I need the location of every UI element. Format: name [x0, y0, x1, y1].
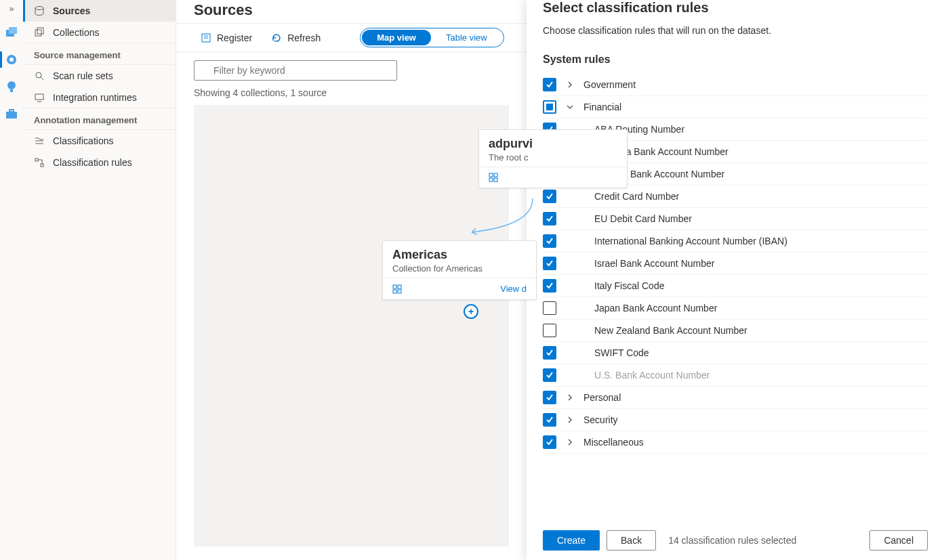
- showing-count: Showing 4 collections, 1 source: [176, 85, 527, 105]
- sidebar-item-label: Classification rules: [53, 157, 132, 168]
- rule-row[interactable]: SWIFT Code: [543, 342, 928, 364]
- system-rules-heading: System rules: [543, 53, 928, 66]
- sidebar-item-label: Classifications: [53, 135, 113, 146]
- rule-row[interactable]: EU Debit Card Number: [543, 208, 928, 230]
- checkbox[interactable]: [543, 301, 556, 315]
- rule-row[interactable]: U.S. Bank Account Number: [543, 364, 928, 387]
- collections-icon: [34, 27, 45, 38]
- panel-footer: Create Back 14 classification rules sele…: [527, 521, 944, 560]
- checkbox[interactable]: [543, 368, 556, 382]
- rule-label: New Zealand Bank Account Number: [594, 325, 747, 336]
- rail-toolbox-icon[interactable]: [3, 106, 20, 122]
- grid-icon: [489, 173, 498, 182]
- toolbar: Register Refresh Map view Table view: [176, 23, 527, 52]
- sidebar-section-source-mgmt: Source management: [23, 43, 176, 65]
- svg-rect-6: [6, 112, 17, 119]
- rule-label: Israel Bank Account Number: [594, 258, 714, 269]
- rule-row[interactable]: Japan Bank Account Number: [543, 297, 928, 320]
- selected-count: 14 classification rules selected: [668, 535, 796, 546]
- icon-rail: »: [0, 0, 23, 560]
- grid-icon: [392, 284, 402, 294]
- svg-rect-22: [489, 178, 493, 181]
- card-title: adpurvi: [489, 137, 617, 151]
- collection-card-root[interactable]: adpurvi The root c: [478, 129, 628, 188]
- panel-description: Choose classification rules that will ru…: [543, 25, 928, 36]
- runtime-icon: [34, 92, 45, 103]
- checkbox[interactable]: [543, 435, 556, 449]
- sidebar-item-integration-runtimes[interactable]: Integration runtimes: [23, 87, 176, 108]
- chevron-right-icon[interactable]: [562, 393, 578, 402]
- svg-point-11: [36, 72, 41, 78]
- view-toggle: Map view Table view: [360, 28, 504, 47]
- checkbox[interactable]: [543, 324, 556, 337]
- cancel-button[interactable]: Cancel: [869, 530, 928, 551]
- map-canvas[interactable]: adpurvi The root c Americas Collection f…: [194, 105, 509, 546]
- rail-data-icon[interactable]: [3, 24, 20, 41]
- svg-rect-13: [35, 94, 43, 100]
- map-view-tab[interactable]: Map view: [362, 30, 431, 45]
- svg-point-4: [7, 81, 16, 89]
- rule-group-row[interactable]: Financial: [543, 96, 928, 119]
- rule-group-row[interactable]: Personal: [543, 387, 928, 409]
- svg-rect-10: [37, 28, 43, 34]
- rule-group-label: Government: [583, 79, 636, 90]
- checkbox[interactable]: [543, 346, 556, 360]
- rule-label: U.S. Bank Account Number: [594, 370, 710, 381]
- sidebar-item-scan-rule-sets[interactable]: Scan rule sets: [23, 65, 176, 87]
- sidebar-item-collections[interactable]: Collections: [23, 22, 176, 43]
- chevron-right-icon[interactable]: [562, 81, 578, 89]
- add-button[interactable]: +: [464, 304, 478, 319]
- collection-card-americas[interactable]: Americas Collection for Americas View d: [382, 240, 537, 300]
- register-button[interactable]: Register: [194, 28, 259, 47]
- svg-rect-15: [35, 158, 38, 161]
- rule-label: EU Debit Card Number: [594, 213, 692, 224]
- rule-group-row[interactable]: Government: [543, 74, 928, 96]
- sidebar-item-classification-rules[interactable]: Classification rules: [23, 152, 176, 173]
- sidebar: Sources Collections Source management Sc…: [23, 0, 176, 560]
- card-subtitle: The root c: [489, 152, 617, 163]
- page-title: Sources: [176, 0, 527, 23]
- rail-insight-icon[interactable]: [3, 79, 20, 95]
- classification-panel: Select classification rules Choose class…: [527, 0, 944, 560]
- svg-rect-20: [489, 173, 493, 177]
- rule-group-label: Miscellaneous: [583, 437, 644, 448]
- rule-row[interactable]: New Zealand Bank Account Number: [543, 320, 928, 342]
- chevron-right-icon[interactable]: [562, 416, 578, 424]
- svg-rect-27: [398, 290, 401, 293]
- sidebar-item-classifications[interactable]: Classifications: [23, 130, 176, 152]
- checkbox[interactable]: [543, 100, 556, 114]
- chevron-down-icon[interactable]: [562, 103, 578, 111]
- expand-icon[interactable]: »: [9, 4, 14, 14]
- svg-rect-24: [393, 285, 396, 288]
- card-title: Americas: [392, 248, 527, 262]
- refresh-button[interactable]: Refresh: [264, 28, 327, 47]
- checkbox[interactable]: [543, 78, 556, 91]
- checkbox[interactable]: [543, 413, 556, 427]
- rule-row[interactable]: International Banking Account Number (IB…: [543, 230, 928, 253]
- create-button[interactable]: Create: [543, 530, 600, 551]
- classifications-icon: [34, 135, 45, 146]
- back-button[interactable]: Back: [607, 530, 656, 551]
- chevron-right-icon[interactable]: [562, 438, 578, 446]
- sidebar-item-label: Integration runtimes: [53, 92, 137, 103]
- rule-label: Credit Card Number: [594, 191, 679, 202]
- svg-rect-21: [494, 173, 497, 177]
- rule-row[interactable]: Credit Card Number: [543, 186, 928, 208]
- rail-map-icon[interactable]: [3, 51, 20, 68]
- view-details-link[interactable]: View d: [500, 284, 527, 294]
- rule-row[interactable]: Italy Fiscal Code: [543, 275, 928, 297]
- svg-rect-9: [35, 30, 41, 36]
- checkbox[interactable]: [543, 391, 556, 404]
- checkbox[interactable]: [543, 279, 556, 293]
- rule-group-row[interactable]: Miscellaneous: [543, 431, 928, 454]
- svg-point-3: [9, 58, 14, 62]
- sidebar-item-sources[interactable]: Sources: [23, 0, 176, 22]
- sidebar-item-label: Scan rule sets: [53, 70, 113, 81]
- rule-group-row[interactable]: Security: [543, 409, 928, 431]
- scan-icon: [34, 70, 45, 81]
- table-view-tab[interactable]: Table view: [431, 30, 502, 45]
- checkbox[interactable]: [543, 257, 556, 270]
- rule-row[interactable]: Israel Bank Account Number: [543, 253, 928, 275]
- filter-input[interactable]: [194, 60, 397, 81]
- main-content: Sources Register Refresh Map view Table …: [176, 0, 527, 560]
